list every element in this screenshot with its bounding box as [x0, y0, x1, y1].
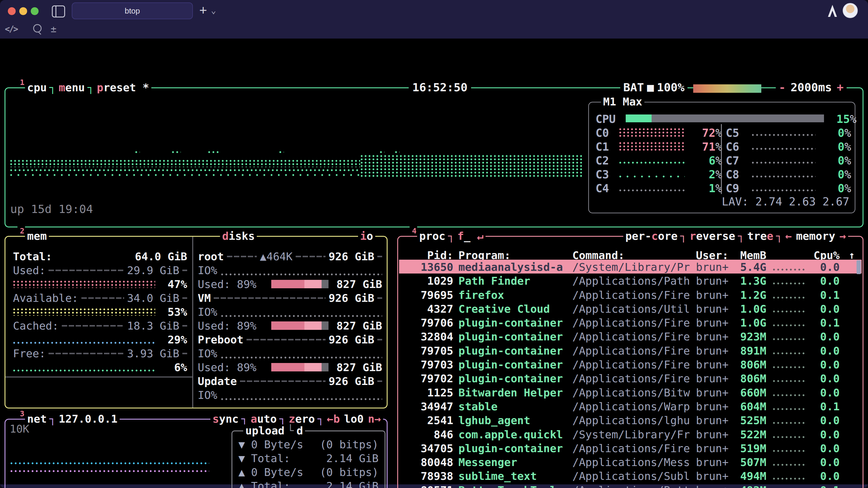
process-user: brun+ [696, 456, 728, 468]
border-notch [680, 230, 687, 242]
disk-vm-io-row: IO% [198, 305, 382, 319]
process-row[interactable]: 34705 plugin-container /Applications/Fir… [399, 441, 862, 455]
net-stats-hotkey[interactable]: d [294, 424, 305, 437]
border-notch [737, 230, 745, 242]
close-button[interactable] [8, 7, 16, 15]
process-mem-graph [773, 310, 807, 313]
scrollbar-thumb[interactable] [857, 260, 861, 274]
disks-io-toggle[interactable]: io [358, 229, 375, 243]
process-pid: 79702 [404, 372, 453, 385]
core-graph [619, 161, 685, 164]
process-row[interactable]: 80571 BetterTouchTool /Applications/Bett… [399, 483, 862, 488]
process-mem: 923M [740, 330, 767, 343]
proc-panel-label: proc [417, 230, 447, 242]
process-cpu: 0.1 [807, 484, 840, 488]
mem-used-row: Used:29.9 GiB [13, 263, 187, 277]
process-row[interactable]: 1125 Bitwarden Helper /Applications/Bitw… [399, 385, 862, 399]
reverse-toggle[interactable]: reverse [687, 230, 738, 242]
process-row[interactable]: 79702 plugin-container /Applications/Fir… [399, 371, 862, 385]
process-mem: 492M [740, 484, 767, 488]
process-row[interactable]: 79703 plugin-container /Applications/Fir… [399, 357, 862, 371]
process-mem: 891M [740, 345, 767, 357]
process-mem-graph [773, 477, 807, 480]
per-core-toggle[interactable]: per-core [623, 230, 680, 242]
sort-column[interactable]: memory [794, 230, 837, 242]
disk-vm-used-row: Used:89%827 GiB [198, 319, 382, 332]
interval-increase-button[interactable]: + [837, 81, 844, 94]
net-panel: 3net127.0.0.1 syncautozero←blo0n→ 10K 10… [4, 419, 388, 488]
sort-left-button[interactable]: ← [783, 230, 794, 242]
net-zero-toggle[interactable]: zero [287, 413, 317, 425]
menu-button[interactable]: menu [57, 82, 87, 94]
process-mem-graph [773, 268, 807, 271]
process-row[interactable]: 34947 stable /Applications/Warp brun+ 60… [399, 399, 862, 413]
disk-preboot-used-row: Used:89%827 GiB [198, 360, 382, 374]
process-row[interactable]: 4327 Creative Cloud /Applications/Util b… [399, 301, 862, 315]
process-program: com.apple.quickl [458, 428, 563, 441]
process-mem-graph [773, 450, 807, 452]
process-row[interactable]: 78938 sublime_text /Applications/Subl br… [399, 469, 862, 483]
disk-used-meter [271, 363, 329, 371]
sidebar-toggle-icon[interactable] [52, 5, 65, 18]
process-program: stable [458, 400, 498, 413]
new-tab-button[interactable]: + [196, 3, 210, 18]
preset-button[interactable]: preset * [95, 82, 151, 94]
process-pid: 79703 [404, 358, 453, 371]
process-row[interactable]: 80048 Messenger /Applications/Mess brun+… [399, 455, 862, 469]
core-row: C0 72% [592, 125, 722, 139]
process-row[interactable]: 32804 plugin-container /Applications/Fir… [399, 329, 862, 343]
process-row[interactable]: 846 com.apple.quickl /System/Library/Fr … [399, 427, 862, 441]
sort-right-button[interactable]: → [837, 230, 848, 242]
proc-filter-input[interactable]: f_ ↵ [455, 230, 486, 242]
net-next-iface-button[interactable]: n→ [366, 413, 383, 425]
process-mem-graph [773, 421, 807, 424]
tree-toggle[interactable]: tree [745, 230, 775, 242]
proc-panel: 4procf_ ↵ per-corereversetree←memory→ Pi… [397, 236, 864, 488]
process-command: /Applications/Path [572, 275, 690, 287]
core-row: C4 1% [592, 181, 722, 195]
font-size-icon[interactable]: ± [51, 23, 56, 35]
minimize-button[interactable] [19, 7, 27, 15]
net-sync-toggle[interactable]: sync [210, 413, 241, 425]
process-row[interactable]: 79695 firefox /Applications/Fire brun+ 1… [399, 288, 862, 301]
disk-io-graph [221, 356, 382, 359]
process-cpu: 0.0 [807, 442, 840, 455]
process-pid: 79695 [404, 289, 453, 301]
process-row[interactable]: 79705 plugin-container /Applications/Fir… [399, 344, 862, 357]
process-user: brun+ [696, 414, 728, 427]
process-mem-graph [773, 394, 807, 397]
scroll-up-icon[interactable]: ↑ [849, 249, 855, 261]
search-icon[interactable] [33, 24, 41, 33]
battery-icon: ■ [647, 81, 654, 94]
net-auto-toggle[interactable]: auto [248, 413, 279, 425]
terminal-tab[interactable]: btop [72, 2, 193, 19]
update-interval: -2000ms+ [776, 80, 846, 94]
process-mem: 522M [740, 428, 767, 441]
border-notch [775, 230, 783, 242]
core-graph [752, 175, 815, 178]
process-pid: 34705 [404, 442, 453, 455]
process-cpu: 0.0 [807, 414, 840, 427]
process-row[interactable]: 79706 plugin-container /Applications/Fir… [399, 315, 862, 329]
net-prev-iface-button[interactable]: ←b [324, 413, 342, 425]
disk-update-row: Update926 GiB [198, 374, 382, 388]
code-blocks-icon[interactable]: </> [5, 23, 18, 35]
net-stats-panel: uploadd ▼0 Byte/s(0 bitps) ▼Total:2.14 G… [231, 430, 385, 488]
chevron-down-icon[interactable]: ⌄ [211, 5, 216, 15]
warp-logo-icon[interactable] [827, 4, 838, 19]
core-graph [619, 175, 685, 178]
mem-cached-graph [13, 341, 155, 345]
process-mem: 1.2G [740, 289, 767, 301]
process-row[interactable]: 2541 lghub_agent /Applications/lghu brun… [399, 413, 862, 427]
interval-decrease-button[interactable]: - [779, 81, 786, 94]
net-download-speed-row: ▼0 Byte/s(0 bitps) [239, 437, 378, 451]
clock: 16:52:50 [409, 80, 471, 94]
process-row[interactable]: 13650 mediaanalysisd-a /System/Library/P… [399, 260, 862, 273]
process-user: brun+ [696, 330, 728, 343]
user-avatar[interactable] [843, 3, 858, 18]
process-user: brun+ [696, 345, 728, 357]
process-row[interactable]: 1029 Path Finder /Applications/Path brun… [399, 273, 862, 287]
cpu-total-meter [626, 115, 824, 122]
disks-panel-title[interactable]: disks [220, 229, 257, 243]
zoom-button[interactable] [31, 7, 38, 15]
